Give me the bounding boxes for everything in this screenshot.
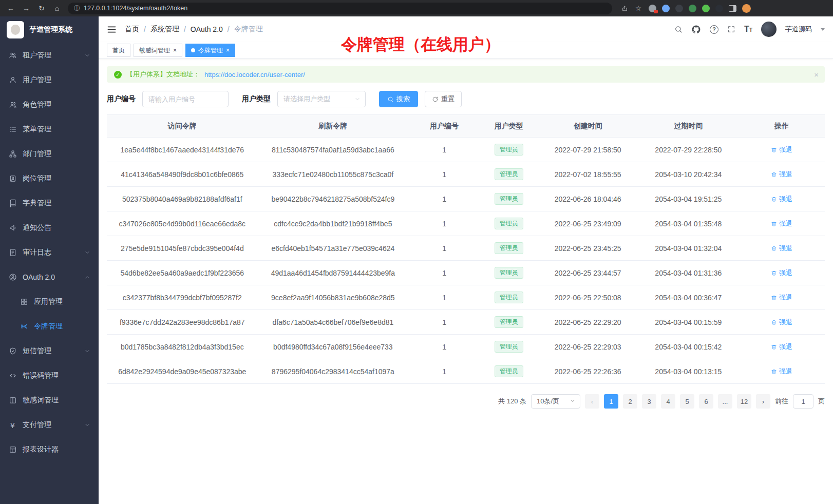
force-logout-button[interactable]: 强退 <box>771 367 792 376</box>
user-type-select[interactable]: 请选择用户类型 <box>277 91 366 107</box>
extension-icon[interactable] <box>715 5 723 12</box>
sidebar-item-dict[interactable]: 字典管理 <box>0 191 99 216</box>
sidebar-item-sms[interactable]: 短信管理 <box>0 339 99 363</box>
sidebar-item-pay[interactable]: ¥ 支付管理 <box>0 413 99 437</box>
page-button[interactable]: 12 <box>737 394 751 409</box>
extension-icon[interactable] <box>675 5 683 12</box>
action-cell: 强退 <box>739 162 825 187</box>
force-logout-button[interactable]: 强退 <box>771 219 792 228</box>
user-id-input[interactable] <box>142 91 229 107</box>
sidebar-item-tenant[interactable]: 租户管理 <box>0 43 99 68</box>
fullscreen-icon[interactable] <box>727 25 735 33</box>
created-cell: 2022-06-25 23:45:25 <box>538 236 638 261</box>
user-menu-caret-icon[interactable] <box>821 28 825 31</box>
page-ellipsis-button[interactable]: ... <box>718 394 732 409</box>
sidebar-item-menu[interactable]: 菜单管理 <box>0 117 99 142</box>
action-cell: 强退 <box>739 359 825 384</box>
profile-avatar-icon[interactable] <box>742 4 751 13</box>
breadcrumb-item[interactable]: OAuth 2.0 <box>191 25 223 33</box>
sidebar-item-errcode[interactable]: 错误码管理 <box>0 363 99 388</box>
reset-button[interactable]: 重置 <box>425 91 462 107</box>
username[interactable]: 芋道源码 <box>785 25 812 34</box>
sidebar-item-dept[interactable]: 部门管理 <box>0 142 99 166</box>
sidebar-item-notice[interactable]: 通知公告 <box>0 216 99 240</box>
user-id-cell: 1 <box>408 335 480 359</box>
action-cell: 强退 <box>739 285 825 310</box>
expires-cell: 2054-03-04 01:35:48 <box>638 211 739 236</box>
user-avatar[interactable] <box>761 22 777 37</box>
action-cell: 强退 <box>739 236 825 261</box>
extension-icon[interactable] <box>662 5 670 12</box>
force-logout-button[interactable]: 强退 <box>771 244 792 253</box>
sidebar-fold-icon[interactable] <box>107 25 117 34</box>
table-row: 6d842e2924594de9a09e45e087323abe 8796295… <box>107 359 825 384</box>
force-logout-button[interactable]: 强退 <box>771 170 792 179</box>
next-page-button[interactable]: › <box>756 394 770 409</box>
site-info-icon[interactable]: ⓘ <box>74 4 80 13</box>
page-button[interactable]: 2 <box>623 394 637 409</box>
created-cell: 2022-06-26 18:04:46 <box>538 187 638 211</box>
search-icon <box>387 96 394 103</box>
prev-page-button[interactable]: ‹ <box>585 394 599 409</box>
page-button[interactable]: 4 <box>661 394 675 409</box>
home-icon[interactable]: ⌂ <box>52 4 62 12</box>
extension-icon[interactable] <box>689 5 696 12</box>
refresh-token-cell: 49d1aa46d1454fbd87591444423be9fa <box>258 261 409 285</box>
close-icon[interactable]: × <box>226 47 230 53</box>
address-bar[interactable]: ⓘ 127.0.0.1:1024/system/oauth2/token <box>68 3 612 14</box>
sidebar-item-post[interactable]: 岗位管理 <box>0 166 99 191</box>
forward-icon[interactable]: → <box>22 4 31 12</box>
goto-page-input[interactable] <box>793 394 813 409</box>
page-button[interactable]: 6 <box>699 394 713 409</box>
tab-sensitive-words[interactable]: 敏感词管理 × <box>134 44 182 57</box>
col-user-id: 用户编号 <box>408 115 480 138</box>
help-icon[interactable] <box>710 25 718 34</box>
breadcrumb-item-current: 令牌管理 <box>234 25 263 34</box>
breadcrumb-item[interactable]: 系统管理 <box>150 25 179 34</box>
sidebar-item-app[interactable]: 应用管理 <box>0 289 99 314</box>
page-button[interactable]: 5 <box>680 394 694 409</box>
alert-close-icon[interactable]: × <box>814 70 819 79</box>
reload-icon[interactable]: ↻ <box>37 4 46 12</box>
tab-token-management[interactable]: 令牌管理 × <box>185 44 235 57</box>
extensions-puzzle-icon[interactable] <box>702 5 710 12</box>
tab-home[interactable]: 首页 <box>107 44 130 57</box>
force-logout-button[interactable]: 强退 <box>771 195 792 204</box>
side-panel-icon[interactable] <box>729 5 736 12</box>
menu-list-icon <box>8 125 17 134</box>
sidebar-item-report[interactable]: 报表设计器 <box>0 437 99 462</box>
share-icon[interactable] <box>621 5 628 12</box>
alert-message: 【用户体系】文档地址： <box>126 70 200 79</box>
sidebar-item-audit[interactable]: 审计日志 <box>0 240 99 265</box>
expires-cell: 2054-03-04 00:13:15 <box>638 359 739 384</box>
user-type-cell: 管理员 <box>480 310 538 335</box>
user-type-tag: 管理员 <box>495 365 523 377</box>
sidebar-item-oauth[interactable]: OAuth 2.0 <box>0 265 99 289</box>
force-logout-button[interactable]: 强退 <box>771 268 792 278</box>
breadcrumb-item[interactable]: 首页 <box>125 25 139 34</box>
sidebar-item-token[interactable]: 令牌管理 <box>0 314 99 339</box>
force-logout-button[interactable]: 强退 <box>771 342 792 352</box>
doc-link[interactable]: https://doc.iocoder.cn/user-center/ <box>204 71 305 79</box>
sidebar-item-user[interactable]: 用户管理 <box>0 68 99 92</box>
sidebar-item-sensitive[interactable]: 敏感词管理 <box>0 388 99 413</box>
force-logout-button[interactable]: 强退 <box>771 318 792 327</box>
github-icon[interactable] <box>691 25 701 34</box>
force-logout-label: 强退 <box>779 170 792 179</box>
page-button[interactable]: 3 <box>642 394 656 409</box>
page-size-select[interactable]: 10条/页 <box>531 394 580 409</box>
app-logo[interactable]: 芋道管理系统 <box>0 16 99 43</box>
sidebar-item-label: OAuth 2.0 <box>23 273 55 281</box>
extension-icon[interactable] <box>649 5 656 12</box>
page-button[interactable]: 1 <box>604 394 618 409</box>
bookmark-star-icon[interactable]: ☆ <box>634 4 643 12</box>
force-logout-button[interactable]: 强退 <box>771 293 792 302</box>
search-icon[interactable] <box>674 25 683 33</box>
close-icon[interactable]: × <box>173 47 177 53</box>
sidebar-item-role[interactable]: 角色管理 <box>0 92 99 117</box>
search-button[interactable]: 搜索 <box>379 91 418 107</box>
force-logout-button[interactable]: 强退 <box>771 145 792 154</box>
table-row: 1ea5e44f8bc1467aaede43144f31de76 811c530… <box>107 138 825 162</box>
font-size-icon[interactable]: TT <box>744 25 752 34</box>
back-icon[interactable]: ← <box>6 4 15 12</box>
